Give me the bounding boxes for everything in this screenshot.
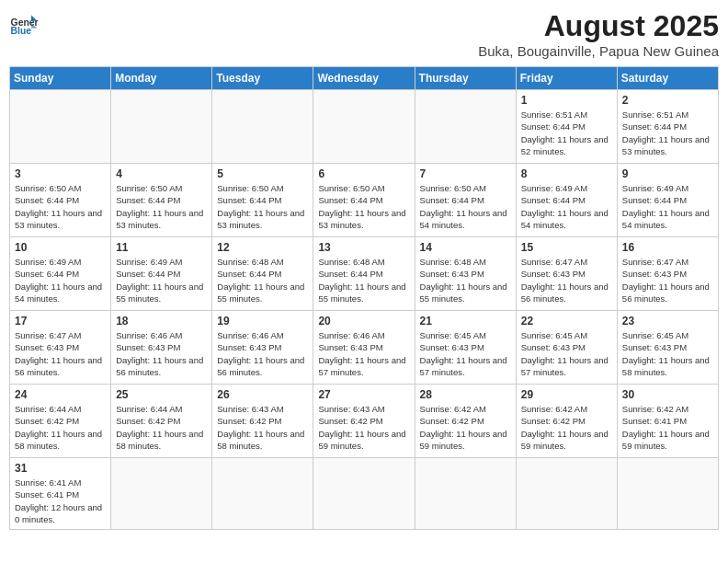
calendar-cell xyxy=(111,90,212,164)
day-info: Sunrise: 6:50 AMSunset: 6:44 PMDaylight:… xyxy=(420,182,511,231)
calendar-cell: 18Sunrise: 6:46 AMSunset: 6:43 PMDayligh… xyxy=(111,311,212,385)
calendar-cell: 6Sunrise: 6:50 AMSunset: 6:44 PMDaylight… xyxy=(313,164,415,237)
day-number: 23 xyxy=(622,315,713,327)
calendar-cell: 14Sunrise: 6:48 AMSunset: 6:43 PMDayligh… xyxy=(415,237,516,311)
day-info: Sunrise: 6:49 AMSunset: 6:44 PMDaylight:… xyxy=(116,256,207,304)
day-info: Sunrise: 6:49 AMSunset: 6:44 PMDaylight:… xyxy=(622,182,713,231)
calendar-cell: 17Sunrise: 6:47 AMSunset: 6:43 PMDayligh… xyxy=(10,311,111,385)
calendar-cell: 8Sunrise: 6:49 AMSunset: 6:44 PMDaylight… xyxy=(516,164,617,237)
calendar-cell: 5Sunrise: 6:50 AMSunset: 6:44 PMDaylight… xyxy=(212,164,313,237)
day-info: Sunrise: 6:47 AMSunset: 6:43 PMDaylight:… xyxy=(622,256,713,304)
calendar-cell: 11Sunrise: 6:49 AMSunset: 6:44 PMDayligh… xyxy=(111,237,212,311)
day-number: 16 xyxy=(622,241,713,254)
calendar-cell: 27Sunrise: 6:43 AMSunset: 6:42 PMDayligh… xyxy=(313,385,415,458)
day-info: Sunrise: 6:44 AMSunset: 6:42 PMDaylight:… xyxy=(15,403,106,452)
day-number: 27 xyxy=(318,388,409,401)
day-info: Sunrise: 6:45 AMSunset: 6:43 PMDaylight:… xyxy=(420,329,511,378)
day-number: 2 xyxy=(622,94,713,107)
calendar-cell: 9Sunrise: 6:49 AMSunset: 6:44 PMDaylight… xyxy=(617,164,718,237)
calendar-cell: 3Sunrise: 6:50 AMSunset: 6:44 PMDaylight… xyxy=(10,164,111,237)
calendar-cell: 20Sunrise: 6:46 AMSunset: 6:43 PMDayligh… xyxy=(313,311,415,385)
calendar-cell xyxy=(10,90,111,164)
day-info: Sunrise: 6:46 AMSunset: 6:43 PMDaylight:… xyxy=(318,329,409,378)
day-info: Sunrise: 6:49 AMSunset: 6:44 PMDaylight:… xyxy=(15,256,106,304)
day-info: Sunrise: 6:48 AMSunset: 6:44 PMDaylight:… xyxy=(318,256,409,304)
calendar-cell: 21Sunrise: 6:45 AMSunset: 6:43 PMDayligh… xyxy=(415,311,516,385)
calendar-cell: 29Sunrise: 6:42 AMSunset: 6:42 PMDayligh… xyxy=(516,385,617,458)
day-number: 22 xyxy=(521,315,612,327)
title-block: August 2025 Buka, Bougainville, Papua Ne… xyxy=(478,9,719,59)
day-number: 8 xyxy=(521,167,612,180)
calendar-table: Sunday Monday Tuesday Wednesday Thursday… xyxy=(9,66,719,530)
calendar-cell: 30Sunrise: 6:42 AMSunset: 6:41 PMDayligh… xyxy=(617,385,718,458)
day-number: 21 xyxy=(420,315,511,327)
calendar-cell xyxy=(617,458,718,530)
calendar-week-row: 3Sunrise: 6:50 AMSunset: 6:44 PMDaylight… xyxy=(10,164,719,237)
day-info: Sunrise: 6:42 AMSunset: 6:42 PMDaylight:… xyxy=(420,403,511,452)
day-info: Sunrise: 6:42 AMSunset: 6:41 PMDaylight:… xyxy=(622,403,713,452)
day-info: Sunrise: 6:51 AMSunset: 6:44 PMDaylight:… xyxy=(521,109,612,157)
day-number: 13 xyxy=(318,241,409,254)
logo-icon: General Blue xyxy=(9,9,39,39)
day-number: 24 xyxy=(15,388,106,401)
day-number: 14 xyxy=(420,241,511,254)
day-info: Sunrise: 6:50 AMSunset: 6:44 PMDaylight:… xyxy=(318,182,409,231)
month-title: August 2025 xyxy=(478,9,719,43)
calendar-cell: 2Sunrise: 6:51 AMSunset: 6:44 PMDaylight… xyxy=(617,90,718,164)
day-number: 4 xyxy=(116,167,207,180)
day-number: 11 xyxy=(116,241,207,254)
calendar-cell xyxy=(415,458,516,530)
day-info: Sunrise: 6:51 AMSunset: 6:44 PMDaylight:… xyxy=(622,109,713,157)
calendar-cell: 28Sunrise: 6:42 AMSunset: 6:42 PMDayligh… xyxy=(415,385,516,458)
day-info: Sunrise: 6:50 AMSunset: 6:44 PMDaylight:… xyxy=(116,182,207,231)
day-info: Sunrise: 6:43 AMSunset: 6:42 PMDaylight:… xyxy=(318,403,409,452)
calendar-cell: 22Sunrise: 6:45 AMSunset: 6:43 PMDayligh… xyxy=(516,311,617,385)
day-number: 5 xyxy=(217,167,308,180)
calendar-cell: 16Sunrise: 6:47 AMSunset: 6:43 PMDayligh… xyxy=(617,237,718,311)
day-number: 1 xyxy=(521,94,612,107)
day-number: 31 xyxy=(15,462,106,475)
day-info: Sunrise: 6:41 AMSunset: 6:41 PMDaylight:… xyxy=(15,477,106,525)
calendar-cell xyxy=(516,458,617,530)
header-thursday: Thursday xyxy=(415,67,516,90)
day-info: Sunrise: 6:43 AMSunset: 6:42 PMDaylight:… xyxy=(217,403,308,452)
day-number: 6 xyxy=(318,167,409,180)
day-number: 28 xyxy=(420,388,511,401)
calendar-cell: 10Sunrise: 6:49 AMSunset: 6:44 PMDayligh… xyxy=(10,237,111,311)
day-number: 18 xyxy=(116,315,207,327)
calendar-cell xyxy=(313,458,415,530)
day-info: Sunrise: 6:44 AMSunset: 6:42 PMDaylight:… xyxy=(116,403,207,452)
calendar-cell: 23Sunrise: 6:45 AMSunset: 6:43 PMDayligh… xyxy=(617,311,718,385)
header-monday: Monday xyxy=(111,67,212,90)
location-subtitle: Buka, Bougainville, Papua New Guinea xyxy=(478,43,719,59)
weekday-header-row: Sunday Monday Tuesday Wednesday Thursday… xyxy=(10,67,719,90)
header-wednesday: Wednesday xyxy=(313,67,415,90)
day-number: 19 xyxy=(217,315,308,327)
day-info: Sunrise: 6:47 AMSunset: 6:43 PMDaylight:… xyxy=(15,329,106,378)
day-number: 15 xyxy=(521,241,612,254)
calendar-cell: 24Sunrise: 6:44 AMSunset: 6:42 PMDayligh… xyxy=(10,385,111,458)
header-friday: Friday xyxy=(516,67,617,90)
day-info: Sunrise: 6:49 AMSunset: 6:44 PMDaylight:… xyxy=(521,182,612,231)
header-sunday: Sunday xyxy=(10,67,111,90)
calendar-week-row: 10Sunrise: 6:49 AMSunset: 6:44 PMDayligh… xyxy=(10,237,719,311)
day-info: Sunrise: 6:48 AMSunset: 6:43 PMDaylight:… xyxy=(420,256,511,304)
day-info: Sunrise: 6:46 AMSunset: 6:43 PMDaylight:… xyxy=(116,329,207,378)
day-number: 25 xyxy=(116,388,207,401)
calendar-cell xyxy=(212,458,313,530)
calendar-cell: 25Sunrise: 6:44 AMSunset: 6:42 PMDayligh… xyxy=(111,385,212,458)
calendar-cell: 7Sunrise: 6:50 AMSunset: 6:44 PMDaylight… xyxy=(415,164,516,237)
day-number: 12 xyxy=(217,241,308,254)
calendar-week-row: 1Sunrise: 6:51 AMSunset: 6:44 PMDaylight… xyxy=(10,90,719,164)
calendar-cell xyxy=(111,458,212,530)
day-number: 17 xyxy=(15,315,106,327)
calendar-week-row: 24Sunrise: 6:44 AMSunset: 6:42 PMDayligh… xyxy=(10,385,719,458)
day-number: 7 xyxy=(420,167,511,180)
calendar-week-row: 31Sunrise: 6:41 AMSunset: 6:41 PMDayligh… xyxy=(10,458,719,530)
page-header: General Blue August 2025 Buka, Bougainvi… xyxy=(9,9,719,59)
day-number: 9 xyxy=(622,167,713,180)
day-info: Sunrise: 6:45 AMSunset: 6:43 PMDaylight:… xyxy=(521,329,612,378)
day-info: Sunrise: 6:48 AMSunset: 6:44 PMDaylight:… xyxy=(217,256,308,304)
day-number: 10 xyxy=(15,241,106,254)
day-number: 3 xyxy=(15,167,106,180)
